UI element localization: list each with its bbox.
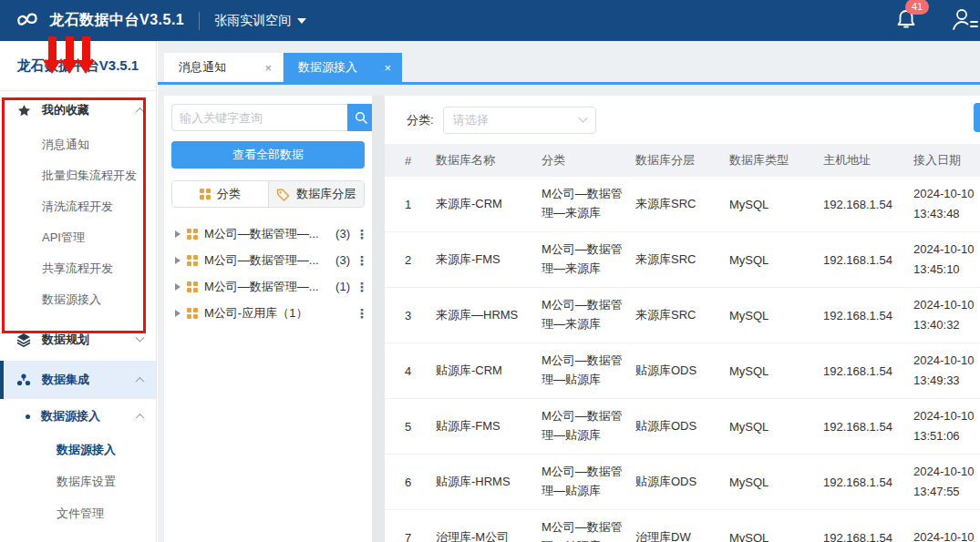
- datasource-table: # 数据库名称 分类 数据库分层 数据库类型 主机地址 接入日期 1 来源库-C…: [385, 144, 980, 542]
- sidebar-item[interactable]: 清洗流程开发: [0, 191, 156, 222]
- chevron-up-icon: [136, 376, 145, 385]
- app-title: 龙石数据中台V3.5.1: [49, 11, 184, 30]
- app-header: 龙石数据中台V3.5.1 张雨实训空间 41: [0, 0, 980, 41]
- sidebar-item[interactable]: 共享流程开发: [0, 253, 156, 284]
- grid-icon: [187, 308, 198, 319]
- caret-right-icon[interactable]: [175, 230, 181, 238]
- table-row[interactable]: 5 贴源库-FMS M公司—数据管理—贴源库 贴源库ODS MySQL 192.…: [385, 399, 980, 455]
- panel-resize-gutter[interactable]: [372, 96, 385, 542]
- sidebar-leaf-datasource-access[interactable]: 数据源接入: [0, 434, 156, 465]
- table-row[interactable]: 4 贴源库-CRM M公司—数据管理—贴源库 贴源库ODS MySQL 192.…: [385, 343, 980, 399]
- sidebar-subgroup-datasource[interactable]: 数据源接入: [0, 399, 156, 434]
- sidebar-group-label: 我的收藏: [42, 102, 89, 118]
- tree-item[interactable]: M公司—数据管理—... (3) ⋮: [171, 247, 365, 273]
- table-row[interactable]: 1 来源库-CRM M公司—数据管理—来源库 来源库SRC MySQL 192.…: [385, 177, 980, 232]
- sidebar-group-favorites[interactable]: 我的收藏: [0, 91, 156, 129]
- grid-icon: [187, 229, 198, 240]
- notification-badge: 41: [905, 0, 929, 15]
- favorites-list: 消息通知 批量归集流程开发 清洗流程开发 API管理 共享流程开发 数据源接入: [0, 129, 156, 315]
- sidebar-item[interactable]: API管理: [0, 222, 156, 253]
- table-header-row: # 数据库名称 分类 数据库分层 数据库类型 主机地址 接入日期: [385, 144, 980, 177]
- notification-bell-button[interactable]: 41: [896, 8, 916, 33]
- tree-item[interactable]: M公司-应用库（1） ⋮: [171, 300, 365, 326]
- chevron-up-icon: [136, 413, 145, 422]
- close-icon[interactable]: ×: [384, 61, 391, 75]
- chevron-up-icon: [136, 107, 145, 116]
- layers-icon: [16, 332, 31, 347]
- table-row[interactable]: 2 来源库-FMS M公司—数据管理—来源库 来源库SRC MySQL 192.…: [385, 232, 980, 288]
- table-panel: 分类: 请选择 # 数据库名称 分类 数据库分层 数据库类型 主机地址 接入日期: [385, 96, 980, 542]
- sidebar-item[interactable]: 消息通知: [0, 129, 156, 160]
- tab-message-notice[interactable]: 消息通知 ×: [164, 53, 284, 82]
- clipped-action-button[interactable]: [974, 103, 980, 132]
- close-icon[interactable]: ×: [264, 61, 272, 75]
- table-row[interactable]: 3 来源库—HRMS M公司—数据管理—来源库 来源库SRC MySQL 192…: [385, 288, 980, 343]
- sidebar-item[interactable]: 批量归集流程开发: [0, 160, 156, 191]
- sidebar-group-label: 数据规划: [42, 332, 89, 348]
- search-icon: [355, 111, 367, 124]
- tree-item[interactable]: M公司—数据管理—... (1) ⋮: [171, 273, 365, 300]
- grid-icon: [200, 189, 211, 199]
- tab-bar: 消息通知 × 数据源接入 ×: [158, 53, 980, 85]
- sidebar-group-data-planning[interactable]: 数据规划: [0, 321, 156, 359]
- tree-mode-toggle: 分类 数据库分层: [171, 180, 365, 208]
- search-input[interactable]: [171, 104, 347, 131]
- search-button[interactable]: [347, 104, 375, 131]
- more-icon[interactable]: ⋮: [356, 280, 365, 294]
- sidebar-leaf-db-settings[interactable]: 数据库设置: [0, 465, 156, 497]
- chevron-down-icon: [297, 18, 306, 24]
- tab-datasource-access[interactable]: 数据源接入 ×: [284, 53, 403, 82]
- app-logo-icon: [7, 10, 49, 32]
- user-account-button[interactable]: [951, 7, 975, 34]
- header-divider: [199, 12, 200, 30]
- sidebar-leaf-file-management[interactable]: 文件管理: [0, 497, 156, 529]
- sidebar-title: 龙石数据中台V3.5.1: [0, 41, 156, 91]
- grid-icon: [187, 255, 198, 266]
- more-icon[interactable]: ⋮: [356, 306, 365, 321]
- toggle-category-button[interactable]: 分类: [172, 181, 268, 207]
- table-body: 1 来源库-CRM M公司—数据管理—来源库 来源库SRC MySQL 192.…: [385, 177, 980, 542]
- caret-right-icon[interactable]: [175, 283, 181, 291]
- more-icon[interactable]: ⋮: [356, 253, 365, 268]
- nodes-icon: [16, 373, 31, 387]
- caret-right-icon[interactable]: [175, 310, 181, 317]
- bullet-icon: [26, 414, 30, 419]
- chevron-down-icon: [136, 332, 145, 342]
- sidebar-group-data-integration[interactable]: 数据集成: [0, 361, 156, 399]
- more-icon[interactable]: ⋮: [356, 227, 365, 241]
- workspace-label: 张雨实训空间: [214, 13, 291, 29]
- table-row[interactable]: 7 治理库-M公司 M公司—数据管理—治理库 治理库DW MySQL 192.1…: [385, 510, 980, 542]
- tag-icon: [276, 188, 290, 201]
- chevron-down-icon: [578, 113, 587, 122]
- table-row[interactable]: 6 贴源库-HRMS M公司—数据管理—贴源库 贴源库ODS MySQL 192…: [385, 455, 980, 510]
- tree-item[interactable]: M公司—数据管理—... (3) ⋮: [171, 220, 365, 247]
- tree-panel: 查看全部数据 分类 数据库分层 M公司—数据管理—...: [164, 96, 372, 542]
- tree-list: M公司—数据管理—... (3) ⋮ M公司—数据管理—... (3) ⋮: [171, 220, 365, 326]
- grid-icon: [187, 281, 198, 292]
- view-all-data-button[interactable]: 查看全部数据: [171, 141, 365, 169]
- category-filter-select[interactable]: 请选择: [443, 107, 596, 134]
- main-content: 消息通知 × 数据源接入 × 查看全部数据: [158, 41, 980, 542]
- workspace-selector[interactable]: 张雨实训空间: [214, 13, 306, 29]
- star-icon: [16, 103, 31, 118]
- sidebar-item[interactable]: 数据源接入: [0, 284, 156, 315]
- sidebar-group-label: 数据集成: [42, 372, 89, 388]
- caret-right-icon[interactable]: [175, 257, 181, 264]
- toggle-layer-button[interactable]: 数据库分层: [268, 181, 365, 207]
- sidebar: 龙石数据中台V3.5.1 我的收藏 消息通知 批量归集流程开发 清洗流程开发 A…: [0, 41, 157, 542]
- category-filter-label: 分类:: [407, 112, 434, 128]
- sidebar-subgroup-label: 数据源接入: [41, 408, 100, 424]
- user-icon: [951, 7, 978, 31]
